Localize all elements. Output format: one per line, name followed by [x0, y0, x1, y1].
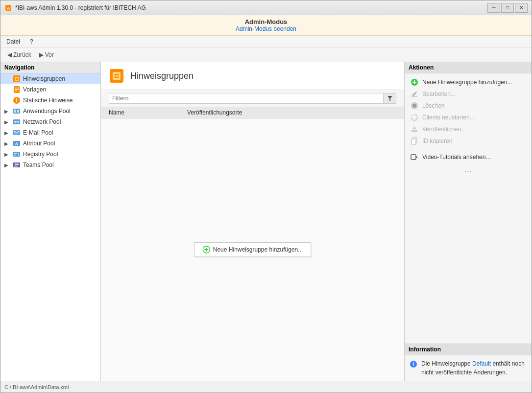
action-video-tutorials[interactable]: Video-Tutorials ansehen... [405, 151, 532, 163]
svg-point-27 [15, 163, 17, 165]
svg-rect-49 [411, 139, 416, 144]
filter-input-wrap [109, 93, 396, 104]
close-button[interactable]: ✕ [515, 3, 528, 13]
sidebar-item-label: Registry Pool [23, 151, 58, 158]
expand-icon: ▶ [4, 119, 10, 125]
filter-button[interactable] [384, 93, 396, 104]
info-panel: Information i Die Hinweisgruppe Default … [405, 344, 532, 381]
svg-rect-25 [18, 153, 19, 156]
sidebar-item-statische-hinweise[interactable]: i Statische Hinweise [0, 95, 100, 106]
admin-mode-title: Admin-Modus [3, 18, 529, 25]
statische-hinweise-icon: i [13, 96, 21, 104]
filter-input[interactable] [109, 93, 384, 104]
action-loeschen[interactable]: Löschen [405, 100, 532, 112]
svg-marker-34 [387, 96, 392, 101]
svg-text:A: A [15, 141, 18, 146]
svg-rect-29 [14, 166, 17, 167]
sidebar-item-hinweisgruppen[interactable]: Hinweisgruppen [0, 73, 100, 84]
table-body: Neue Hinweisgruppe hinzufügen... [101, 118, 404, 381]
svg-rect-41 [411, 96, 417, 97]
sidebar-item-email-pool[interactable]: ▶ E-Mail Pool [0, 127, 100, 138]
menu-datei[interactable]: Datei [4, 37, 22, 46]
hinweisgruppen-icon [13, 75, 21, 83]
center-add-label: Neue Hinweisgruppe hinzufügen... [213, 246, 303, 253]
sidebar-item-registry-pool[interactable]: ▶ Registry Pool [0, 149, 100, 160]
svg-rect-8 [15, 91, 17, 92]
sidebar-item-attribut-pool[interactable]: ▶ A Attribut Pool [0, 138, 100, 149]
svg-rect-12 [14, 110, 16, 113]
back-arrow-icon: ◀ [7, 51, 12, 58]
title-bar: A *IBI-aws Admin 1.30.0 - registriert fü… [0, 0, 532, 15]
sidebar-item-label: Teams Pool [23, 162, 54, 168]
sidebar-item-label: E-Mail Pool [23, 129, 53, 136]
action-bearbeiten[interactable]: Bearbeiten... [405, 88, 532, 100]
content-area: Hinweisgruppen Name Veröffentlichungsort… [101, 62, 404, 381]
netzwerk-pool-icon [13, 118, 21, 126]
restart-icon [411, 114, 418, 121]
more-indicator: ... [405, 163, 532, 176]
svg-marker-51 [416, 156, 418, 158]
action-label: Löschen [422, 102, 444, 109]
minimize-button[interactable]: ─ [487, 3, 500, 13]
svg-point-15 [14, 121, 16, 123]
action-label: Video-Tutorials ansehen... [422, 154, 490, 161]
action-id-kopieren[interactable]: ID kopieren [405, 135, 532, 147]
vorlagen-icon [13, 86, 21, 93]
svg-rect-50 [411, 155, 416, 160]
toolbar: ◀ Zurück ▶ Vor [0, 47, 532, 62]
svg-text:A: A [7, 6, 10, 11]
admin-mode-deactivate-link[interactable]: Admin-Modus beenden [236, 25, 296, 32]
content-header: Hinweisgruppen [101, 62, 404, 90]
information-header: Information [405, 344, 532, 355]
right-panel: Aktionen Neue Hinweisgruppe hinzufügen..… [404, 62, 532, 381]
publish-icon [411, 125, 418, 133]
back-button[interactable]: ◀ Zurück [4, 50, 34, 59]
action-add-hinweisgruppe[interactable]: Neue Hinweisgruppe hinzufügen... [405, 76, 532, 88]
expand-icon: ▶ [4, 162, 10, 168]
teams-pool-icon [13, 161, 21, 169]
forward-arrow-icon: ▶ [39, 51, 44, 58]
copy-icon [411, 137, 418, 145]
action-veroeffentlichen[interactable]: Veröffentlichen... [405, 123, 532, 135]
navigation-header: Navigation [0, 62, 100, 73]
action-clients-neustarten[interactable]: Clients neustarten... [405, 112, 532, 123]
sidebar-item-teams-pool[interactable]: ▶ Teams Pool [0, 160, 100, 170]
main-layout: Navigation Hinweisgruppen Vorlagen [0, 62, 532, 381]
filter-bar [101, 90, 404, 107]
action-label: Neue Hinweisgruppe hinzufügen... [422, 79, 512, 86]
information-content: i Die Hinweisgruppe Default enthält noch… [405, 355, 532, 381]
sidebar: Navigation Hinweisgruppen Vorlagen [0, 62, 101, 381]
sidebar-item-netzwerk-pool[interactable]: ▶ Netzwerk Pool [0, 116, 100, 127]
action-label: ID kopieren [422, 138, 452, 144]
maximize-button[interactable]: □ [501, 3, 514, 13]
actions-list: Neue Hinweisgruppe hinzufügen... Bearbei… [405, 73, 532, 344]
forward-button[interactable]: ▶ Vor [36, 50, 57, 59]
title-bar-left: A *IBI-aws Admin 1.30.0 - registriert fü… [4, 4, 146, 12]
info-default-link[interactable]: Default [472, 360, 491, 367]
email-pool-icon [13, 129, 21, 137]
video-icon [411, 153, 418, 161]
svg-rect-6 [15, 88, 19, 89]
sidebar-item-label: Hinweisgruppen [23, 75, 65, 82]
action-separator [409, 149, 528, 149]
sidebar-item-anwendungs-pool[interactable]: ▶ Anwendungs Pool [0, 106, 100, 116]
menu-help[interactable]: ? [28, 37, 35, 46]
status-path: C:\IBI-aws\Admin\Data.xml [4, 384, 69, 390]
svg-marker-47 [412, 126, 416, 129]
info-text-before: Die Hinweisgruppe [421, 360, 472, 367]
sidebar-item-label: Anwendungs Pool [23, 108, 71, 115]
window-controls: ─ □ ✕ [487, 3, 528, 13]
column-header-publication: Veröffentlichungsorte [187, 109, 396, 116]
svg-text:i: i [413, 362, 414, 367]
content-header-icon [109, 68, 124, 84]
center-button-wrap: Neue Hinweisgruppe hinzufügen... [194, 242, 311, 257]
admin-banner: Admin-Modus Admin-Modus beenden [0, 15, 532, 36]
expand-icon: ▶ [4, 109, 10, 114]
sidebar-item-vorlagen[interactable]: Vorlagen [0, 84, 100, 95]
sidebar-item-label: Vorlagen [23, 86, 46, 93]
action-label: Bearbeiten... [422, 91, 456, 97]
sidebar-item-label: Netzwerk Pool [23, 118, 61, 125]
filter-icon [387, 95, 393, 101]
svg-text:i: i [16, 98, 18, 103]
center-add-button[interactable]: Neue Hinweisgruppe hinzufügen... [194, 242, 311, 257]
